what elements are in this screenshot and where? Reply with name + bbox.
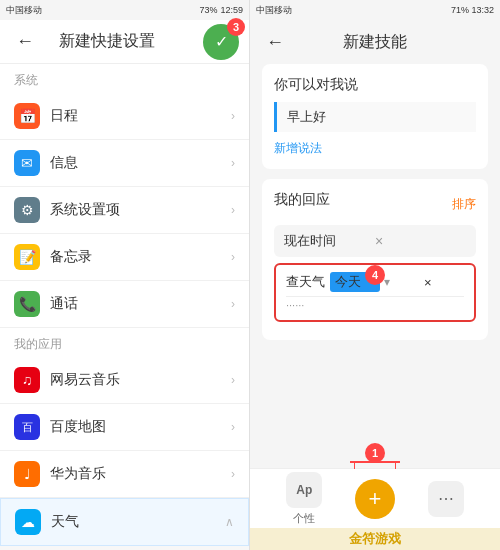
- list-item-weather[interactable]: ☁ 天气 ∧: [0, 498, 249, 546]
- settings-chevron: ›: [231, 203, 235, 217]
- netease-icon: ♫: [14, 367, 40, 393]
- netease-label: 网易云音乐: [50, 371, 231, 389]
- you-can-say-title: 你可以对我说: [274, 76, 476, 94]
- list-item-calendar[interactable]: 📅 日程 ›: [0, 93, 249, 140]
- phone-label: 通话: [50, 295, 231, 313]
- message-label: 信息: [50, 154, 231, 172]
- notes-label: 备忘录: [50, 248, 231, 266]
- weather-icon: ☁: [15, 509, 41, 535]
- weather-response-sub: ······: [286, 296, 464, 313]
- my-response-card: 我的回应 排序 现在时间 × 查天气 今天 ▾ × ······ 4: [262, 179, 488, 340]
- badge-1: 1: [365, 443, 385, 463]
- left-top-bar: ← 新建快捷设置 ✓ 3: [0, 20, 249, 64]
- list-item-phone[interactable]: 📞 通话 ›: [0, 281, 249, 328]
- list-item-huawei-music[interactable]: ♩ 华为音乐 ›: [0, 451, 249, 498]
- section-system: 系统: [0, 64, 249, 93]
- calendar-icon: 📅: [14, 103, 40, 129]
- check-icon: ✓: [215, 32, 228, 51]
- right-carrier: 中国移动: [256, 4, 292, 17]
- personality-button[interactable]: Ap 个性: [286, 472, 322, 526]
- add-icon: +: [355, 479, 395, 519]
- dropdown-icon: ▾: [384, 275, 424, 289]
- phrase-box: 早上好: [274, 102, 476, 132]
- list-item-baidu[interactable]: 百 百度地图 ›: [0, 404, 249, 451]
- extra-icon-symbol: ⋯: [438, 489, 454, 508]
- right-time-battery: 71% 13:32: [451, 5, 494, 15]
- right-content: 你可以对我说 早上好 新增说法 我的回应 排序 现在时间 × 查天气 今天: [250, 64, 500, 468]
- personality-label: 个性: [293, 511, 315, 526]
- baidu-icon: 百: [14, 414, 40, 440]
- right-time: 13:32: [471, 5, 494, 15]
- calendar-chevron: ›: [231, 109, 235, 123]
- add-phrase-button[interactable]: 新增说法: [274, 140, 476, 157]
- left-time: 12:59: [220, 5, 243, 15]
- weather-label: 天气: [51, 513, 225, 531]
- badge-3: 3: [227, 18, 245, 36]
- response-weather[interactable]: 查天气 今天 ▾ × ······ 4: [274, 263, 476, 322]
- phone-chevron: ›: [231, 297, 235, 311]
- weather-chevron: ∧: [225, 515, 234, 529]
- list-item-netease[interactable]: ♫ 网易云音乐 ›: [0, 357, 249, 404]
- badge-4: 4: [365, 265, 385, 285]
- response-time-text: 现在时间: [284, 232, 375, 250]
- response-header: 我的回应 排序: [274, 191, 476, 217]
- right-battery: 71%: [451, 5, 469, 15]
- right-top-bar: ← 新建技能: [250, 20, 500, 64]
- list-item-message[interactable]: ✉ 信息 ›: [0, 140, 249, 187]
- sub-item-weather[interactable]: 查天气 2: [0, 546, 249, 550]
- confirm-button[interactable]: ✓ 3: [203, 24, 239, 60]
- baidu-label: 百度地图: [50, 418, 231, 436]
- bracket-indicator: 1: [350, 461, 400, 463]
- section-apps: 我的应用: [0, 328, 249, 357]
- response-time[interactable]: 现在时间 ×: [274, 225, 476, 257]
- list-item-notes[interactable]: 📝 备忘录 ›: [0, 234, 249, 281]
- huawei-music-chevron: ›: [231, 467, 235, 481]
- netease-chevron: ›: [231, 373, 235, 387]
- settings-icon: ⚙: [14, 197, 40, 223]
- weather-response-close[interactable]: ×: [424, 275, 464, 290]
- left-panel: 中国移动 73% 12:59 ← 新建快捷设置 ✓ 3 系统 📅 日程 › ✉ …: [0, 0, 250, 550]
- extra-button[interactable]: ⋯: [428, 481, 464, 517]
- extra-icon: ⋯: [428, 481, 464, 517]
- phrase-text: 早上好: [287, 109, 326, 124]
- personality-icon: Ap: [286, 472, 322, 508]
- left-carrier: 中国移动: [6, 4, 42, 17]
- personality-icon-text: Ap: [296, 483, 312, 497]
- left-battery: 73%: [199, 5, 217, 15]
- list-item-settings[interactable]: ⚙ 系统设置项 ›: [0, 187, 249, 234]
- huawei-music-label: 华为音乐: [50, 465, 231, 483]
- right-panel: 中国移动 71% 13:32 ← 新建技能 你可以对我说 早上好 新增说法 我的…: [250, 0, 500, 550]
- huawei-music-icon: ♩: [14, 461, 40, 487]
- right-status-bar: 中国移动 71% 13:32: [250, 0, 500, 20]
- left-status-right: 73% 12:59: [199, 5, 243, 15]
- bottom-bar: 1 Ap 个性 + ⋯: [250, 468, 500, 528]
- add-response-button[interactable]: +: [355, 479, 395, 519]
- notes-chevron: ›: [231, 250, 235, 264]
- watermark: 金符游戏: [250, 528, 500, 550]
- notes-icon: 📝: [14, 244, 40, 270]
- message-chevron: ›: [231, 156, 235, 170]
- settings-label: 系统设置项: [50, 201, 231, 219]
- my-response-title: 我的回应: [274, 191, 330, 209]
- you-can-say-card: 你可以对我说 早上好 新增说法: [262, 64, 488, 169]
- left-status-left: 中国移动: [6, 4, 42, 17]
- message-icon: ✉: [14, 150, 40, 176]
- weather-response-text: 查天气: [286, 273, 326, 291]
- sort-button[interactable]: 排序: [452, 196, 476, 213]
- left-status-bar: 中国移动 73% 12:59: [0, 0, 249, 20]
- left-list: 系统 📅 日程 › ✉ 信息 › ⚙ 系统设置项 › 📝 备忘录 › 📞 通话 …: [0, 64, 249, 550]
- left-page-title: 新建快捷设置: [10, 31, 203, 52]
- right-page-title: 新建技能: [260, 32, 490, 53]
- calendar-label: 日程: [50, 107, 231, 125]
- add-plus: +: [369, 486, 382, 512]
- phone-icon: 📞: [14, 291, 40, 317]
- response-time-close[interactable]: ×: [375, 233, 466, 249]
- baidu-chevron: ›: [231, 420, 235, 434]
